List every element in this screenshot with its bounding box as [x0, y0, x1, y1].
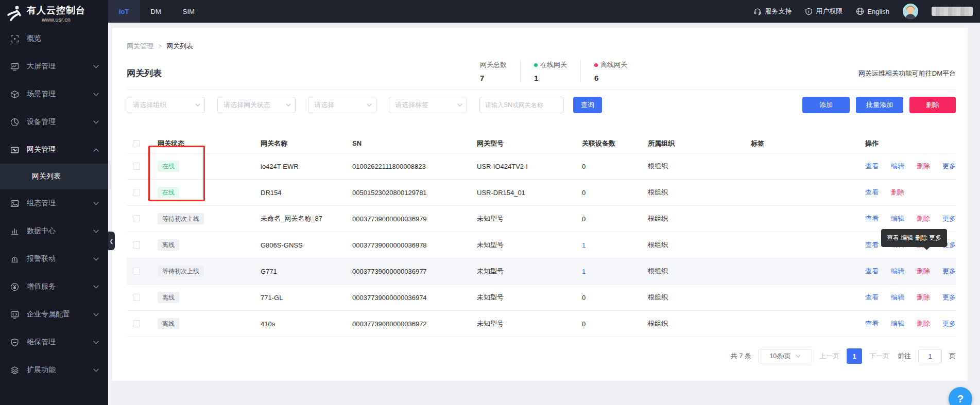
row-checkbox[interactable]: [133, 189, 140, 196]
prev-page-button[interactable]: 上一页: [819, 351, 839, 361]
sidebar-subitem-网关列表[interactable]: 网关列表: [0, 164, 108, 189]
actions-cell: 查看编辑删除更多: [865, 214, 968, 223]
nav-tab-IoT[interactable]: IoT: [108, 0, 140, 23]
device-count[interactable]: 1: [582, 241, 648, 249]
sidebar-item-11[interactable]: 扩展功能: [0, 356, 108, 384]
nav-tab-DM[interactable]: DM: [140, 0, 172, 23]
select-all-checkbox[interactable]: [133, 140, 140, 147]
row-action-更多[interactable]: 更多: [942, 162, 956, 171]
sidebar-item-10[interactable]: 维保管理: [0, 328, 108, 356]
gateway-model: 未知型号: [477, 267, 582, 276]
row-action-删除[interactable]: 删除: [917, 267, 930, 276]
row-checkbox[interactable]: [133, 268, 140, 275]
filter-select-1[interactable]: 请选择网关状态: [217, 97, 296, 113]
select-placeholder: 请选择: [314, 100, 364, 110]
sidebar-item-1[interactable]: 大屏管理: [0, 52, 108, 80]
sidebar-item-7[interactable]: 报警联动: [0, 245, 108, 273]
row-checkbox[interactable]: [133, 163, 140, 170]
product-tabs: IoTDMSIM: [108, 0, 205, 23]
goto-label: 前往: [898, 351, 911, 361]
delete-button[interactable]: 删除: [909, 97, 956, 113]
row-action-查看[interactable]: 查看: [865, 214, 879, 223]
chevron-up-icon: [93, 148, 99, 152]
next-page-button[interactable]: 下一页: [869, 351, 889, 361]
row-action-更多[interactable]: 更多: [942, 319, 956, 328]
row-action-查看[interactable]: 查看: [865, 188, 879, 197]
sidebar-item-2[interactable]: 场景管理: [0, 80, 108, 108]
col-header: SN: [352, 139, 477, 147]
sidebar-item-4[interactable]: 网关管理: [0, 136, 108, 164]
current-page-button[interactable]: 1: [847, 348, 862, 364]
device-count[interactable]: 1: [582, 268, 648, 275]
nav-tab-SIM[interactable]: SIM: [172, 0, 205, 23]
row-action-查看[interactable]: 查看: [865, 293, 879, 302]
row-action-编辑[interactable]: 编辑: [891, 267, 904, 276]
search-input[interactable]: [479, 97, 564, 113]
actions-tooltip: 查看 编辑 删除 更多: [881, 229, 947, 247]
overview-icon: [10, 34, 19, 43]
row-checkbox[interactable]: [133, 241, 140, 249]
batch-add-button[interactable]: 批量添加: [856, 97, 903, 113]
status-badge: 离线: [158, 318, 179, 329]
sidebar-item-8[interactable]: 增值服务: [0, 273, 108, 301]
shield-icon: [805, 8, 813, 15]
nav-link-label: 用户权限: [816, 7, 843, 16]
row-checkbox[interactable]: [133, 294, 140, 301]
chevron-down-icon: [93, 202, 99, 205]
row-action-查看[interactable]: 查看: [865, 319, 879, 328]
row-checkbox[interactable]: [133, 320, 140, 327]
nav-link-用户权限[interactable]: 用户权限: [805, 7, 843, 16]
filter-select-3[interactable]: 请选择标签: [389, 97, 467, 113]
filter-select-2[interactable]: 请选择: [308, 97, 376, 113]
row-action-更多[interactable]: 更多: [942, 214, 956, 223]
nav-link-服务支持[interactable]: 服务支持: [753, 7, 792, 16]
row-action-查看[interactable]: 查看: [865, 162, 879, 171]
sidebar-item-9[interactable]: 企业专属配置: [0, 301, 108, 328]
col-header: 关联设备数: [582, 139, 648, 148]
row-action-删除[interactable]: 删除: [917, 214, 930, 223]
row-action-查看[interactable]: 查看: [865, 240, 879, 250]
status-badge: 等待初次上线: [158, 213, 204, 224]
page-title: 网关列表: [127, 67, 162, 79]
gateway-sn: 00037739000000036977: [352, 268, 477, 275]
sidebar-item-label: 维保管理: [27, 338, 56, 347]
add-button[interactable]: 添加: [802, 97, 850, 113]
breadcrumb-root[interactable]: 网关管理: [127, 42, 153, 51]
row-action-删除[interactable]: 删除: [917, 162, 930, 171]
page-size-select[interactable]: 10条/页: [759, 349, 812, 363]
table-header-row: 网关状态网关名称SN网关型号关联设备数所属组织标签操作: [127, 134, 956, 153]
pagination: 共 7 条 10条/页 上一页 1 下一页 前往 页: [127, 348, 956, 364]
query-button[interactable]: 查询: [573, 97, 602, 113]
row-checkbox[interactable]: [133, 215, 140, 222]
row-action-删除[interactable]: 删除: [891, 188, 904, 197]
row-action-更多[interactable]: 更多: [942, 293, 956, 302]
row-action-编辑[interactable]: 编辑: [891, 319, 904, 328]
globe-icon: [856, 7, 864, 15]
nav-link-English[interactable]: English: [856, 7, 889, 16]
chevron-down-icon: [796, 355, 801, 358]
gateway-name: G806S-GNSS: [261, 241, 352, 249]
sidebar-item-label: 数据中心: [27, 226, 56, 236]
row-action-编辑[interactable]: 编辑: [891, 214, 904, 223]
stat-value: 1: [534, 74, 567, 82]
row-action-删除[interactable]: 删除: [917, 293, 930, 302]
status-badge: 离线: [158, 239, 179, 251]
row-action-更多[interactable]: 更多: [942, 267, 956, 276]
chevron-down-icon: [93, 93, 99, 96]
device-count: 0: [582, 294, 648, 302]
row-action-删除[interactable]: 删除: [917, 319, 930, 328]
filter-select-0[interactable]: 请选择组织: [127, 97, 205, 113]
row-action-编辑[interactable]: 编辑: [891, 293, 904, 302]
sidebar-item-3[interactable]: 设备管理: [0, 108, 108, 136]
avatar[interactable]: [903, 4, 918, 19]
sidebar-item-0[interactable]: 概览: [0, 25, 108, 52]
row-action-查看[interactable]: 查看: [865, 267, 879, 276]
stat-0: 网关总数7: [480, 60, 520, 82]
goto-page-input[interactable]: [918, 349, 942, 363]
sidebar-item-6[interactable]: 数据中心: [0, 217, 108, 245]
sidebar-collapse-handle[interactable]: ❮: [108, 232, 115, 250]
table-row-5: 离线771-GL00037739000000036974未知型号0根组织查看编辑…: [127, 285, 956, 311]
row-action-编辑[interactable]: 编辑: [891, 162, 904, 171]
sidebar-item-label: 场景管理: [27, 90, 56, 99]
sidebar-item-5[interactable]: 组态管理: [0, 189, 108, 217]
